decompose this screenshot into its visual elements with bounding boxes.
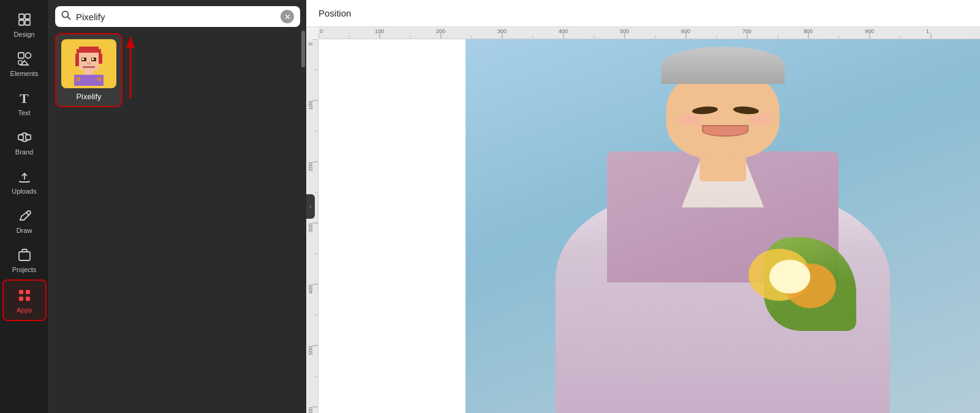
svg-rect-12 — [19, 252, 30, 260]
ruler-top: 0 100 200 300 — [318, 27, 980, 39]
svg-text:700: 700 — [742, 28, 752, 34]
svg-text:300: 300 — [307, 223, 314, 232]
sidebar-item-draw[interactable]: Draw — [2, 201, 47, 240]
app-card-thumbnail — [61, 39, 116, 88]
uploads-icon — [16, 168, 33, 185]
svg-rect-9 — [18, 135, 23, 140]
svg-rect-15 — [19, 297, 23, 301]
page-title: Position — [318, 8, 351, 18]
text-icon: T — [16, 89, 33, 107]
sidebar-item-design-label: Design — [13, 31, 34, 38]
top-bar: Position — [306, 0, 980, 27]
draw-icon — [16, 207, 33, 224]
svg-rect-27 — [82, 58, 84, 60]
svg-rect-14 — [26, 290, 30, 294]
svg-text:100: 100 — [375, 28, 384, 34]
search-clear-button[interactable]: ✕ — [281, 10, 294, 23]
svg-rect-1 — [25, 14, 30, 19]
svg-text:800: 800 — [804, 28, 813, 34]
svg-text:600: 600 — [307, 407, 314, 413]
search-input[interactable] — [76, 12, 276, 22]
svg-text:0: 0 — [320, 28, 323, 34]
app-card-label: Pixelify — [76, 92, 101, 101]
sidebar-item-text[interactable]: T Text — [2, 83, 47, 123]
sidebar-item-projects[interactable]: Projects — [2, 240, 47, 279]
svg-rect-3 — [25, 20, 30, 25]
svg-text:400: 400 — [559, 28, 568, 34]
sidebar-item-elements[interactable]: Elements — [2, 44, 47, 83]
svg-rect-29 — [87, 63, 91, 64]
svg-rect-31 — [84, 70, 94, 75]
svg-text:200: 200 — [436, 28, 445, 34]
sidebar-item-projects-label: Projects — [12, 266, 37, 273]
svg-text:900: 900 — [865, 28, 874, 34]
sidebar: Design Elements T Text — [0, 0, 49, 413]
svg-rect-30 — [83, 66, 95, 68]
svg-text:100: 100 — [307, 100, 314, 110]
svg-text:0: 0 — [307, 42, 314, 45]
sidebar-item-draw-label: Draw — [17, 227, 32, 234]
svg-rect-28 — [92, 58, 94, 60]
sidebar-item-text-label: Text — [18, 109, 30, 116]
svg-point-17 — [62, 12, 69, 18]
canvas-doc-left — [318, 39, 466, 413]
design-icon — [16, 11, 33, 28]
svg-rect-34 — [97, 77, 101, 81]
svg-rect-33 — [77, 77, 80, 81]
svg-rect-13 — [19, 290, 23, 294]
ruler-left: 0 100 200 300 400 500 600 — [306, 39, 318, 413]
sidebar-item-brand[interactable]: Brand — [2, 123, 47, 162]
svg-rect-0 — [19, 14, 24, 19]
apps-icon — [16, 287, 33, 304]
svg-rect-16 — [26, 297, 30, 301]
annotation-arrow — [121, 37, 140, 110]
elements-icon — [16, 50, 33, 67]
sidebar-item-uploads-label: Uploads — [12, 188, 36, 195]
svg-text:400: 400 — [307, 284, 314, 294]
svg-line-11 — [26, 213, 29, 215]
svg-marker-36 — [126, 37, 135, 48]
svg-text:600: 600 — [681, 28, 690, 34]
search-icon — [61, 10, 71, 23]
sidebar-item-apps[interactable]: Apps — [2, 279, 47, 321]
svg-point-5 — [25, 53, 31, 58]
svg-line-18 — [68, 17, 71, 20]
svg-text:1: 1 — [926, 28, 929, 34]
search-bar[interactable]: ✕ — [55, 6, 300, 27]
svg-rect-23 — [99, 54, 102, 64]
svg-rect-2 — [19, 20, 24, 25]
app-card-pixelify[interactable]: Pixelify — [55, 33, 123, 107]
svg-text:500: 500 — [620, 28, 629, 34]
main-area: Position 0 100 — [306, 0, 980, 413]
svg-rect-4 — [18, 53, 24, 58]
canvas-photo — [466, 39, 980, 413]
search-panel: ✕ — [49, 0, 306, 413]
canvas-wrapper: 0 100 200 300 — [306, 27, 980, 413]
projects-icon — [16, 246, 33, 263]
svg-text:200: 200 — [307, 162, 314, 171]
svg-rect-22 — [75, 54, 79, 66]
svg-text:T: T — [20, 91, 29, 105]
sidebar-item-uploads[interactable]: Uploads — [2, 162, 47, 201]
brand-icon — [16, 129, 33, 146]
panel-scrollbar[interactable] — [301, 31, 305, 67]
svg-text:300: 300 — [497, 28, 507, 34]
panel-collapse-button[interactable]: ‹ — [306, 194, 315, 219]
svg-text:500: 500 — [307, 346, 314, 355]
sidebar-item-design[interactable]: Design — [2, 5, 47, 44]
sidebar-item-brand-label: Brand — [15, 148, 33, 156]
canvas-content — [318, 39, 980, 413]
sidebar-item-elements-label: Elements — [10, 70, 39, 77]
svg-rect-10 — [26, 135, 31, 140]
sidebar-item-apps-label: Apps — [17, 306, 32, 314]
